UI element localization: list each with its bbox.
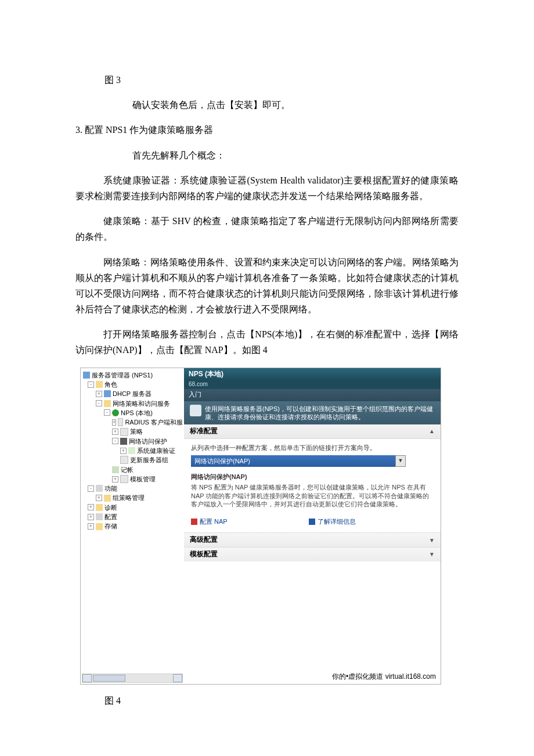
horizontal-scrollbar[interactable]: [82, 674, 183, 683]
expand-icon[interactable]: +: [96, 391, 102, 397]
page-icon: [118, 418, 123, 426]
collapse-icon[interactable]: -: [112, 438, 118, 444]
nps-console-screenshot: 服务器管理器 (NPS1) -角色 +DHCP 服务器 -网络策略和访问服务 -…: [80, 368, 441, 685]
expand-icon[interactable]: +: [88, 523, 94, 530]
standard-config-header[interactable]: 标准配置 ▲: [184, 424, 441, 439]
intro-bar: 使用网络策略服务器(NPS)，可以创建和强制实施用于整个组织范围内的客户端健康、…: [184, 401, 441, 425]
tree-gpm[interactable]: +组策略管理: [82, 493, 183, 502]
standard-config-hint: 从列表中选择一种配置方案，然后单击下面的链接打开方案向导。: [191, 444, 434, 452]
tree-pane: 服务器管理器 (NPS1) -角色 +DHCP 服务器 -网络策略和访问服务 -…: [81, 368, 184, 684]
scenario-dropdown[interactable]: 网络访问保护(NAP) ▼: [191, 455, 434, 467]
server-icon: [83, 372, 90, 379]
tree-npas[interactable]: -网络策略和访问服务: [82, 399, 183, 408]
standard-config-label: 标准配置: [190, 427, 218, 436]
dhcp-icon: [104, 390, 111, 397]
paragraph-network-policy: 网络策略：网络策略使用条件、设置和约束来决定可以访问网络的客户端。网络策略为顺从…: [75, 254, 459, 318]
collapse-icon[interactable]: -: [88, 381, 94, 388]
paragraph-shv: 系统健康验证器：系统健康验证器(System Health validator)…: [75, 172, 459, 204]
pane-subtitle: 68.com: [184, 380, 441, 389]
storage-icon: [96, 523, 103, 530]
folder-icon: [96, 381, 103, 388]
collapse-icon[interactable]: -: [104, 409, 110, 416]
scroll-thumb[interactable]: [93, 675, 125, 682]
features-icon: [96, 485, 103, 492]
intro-text: 使用网络策略服务器(NPS)，可以创建和强制实施用于整个组织范围内的客户端健康、…: [205, 405, 435, 422]
configure-nap-link[interactable]: 配置 NAP: [191, 517, 228, 525]
expand-icon[interactable]: +: [112, 476, 118, 483]
pane-entry: 入门: [184, 389, 441, 401]
globe-icon: [112, 409, 119, 416]
tree-roles[interactable]: -角色: [82, 380, 183, 389]
config-icon: [96, 513, 103, 520]
folder-icon: [104, 495, 111, 502]
caret-up-icon: ▲: [429, 427, 435, 435]
expand-icon[interactable]: +: [88, 514, 94, 520]
collapse-icon[interactable]: -: [96, 400, 102, 406]
tree-nap[interactable]: -网络访问保护: [82, 437, 183, 446]
content-pane: NPS (本地) 68.com 入门 使用网络策略服务器(NPS)，可以创建和强…: [184, 368, 441, 684]
tree-root[interactable]: 服务器管理器 (NPS1): [82, 370, 183, 380]
tree-diag[interactable]: +诊断: [82, 503, 183, 512]
nap-subtitle: 网络访问保护(NAP): [191, 473, 434, 481]
tree-remediation[interactable]: 更新服务器组: [82, 455, 183, 465]
tree-template[interactable]: +模板管理: [82, 474, 183, 484]
learn-more-link[interactable]: 了解详细信息: [309, 517, 356, 525]
info-icon: [190, 405, 201, 416]
check-icon: [128, 447, 135, 454]
arrow-icon: [309, 519, 315, 525]
page-icon: [120, 428, 128, 436]
npas-icon: [104, 400, 111, 407]
tree-dhcp[interactable]: +DHCP 服务器: [82, 389, 183, 398]
paragraph-open-console: 打开网络策略服务器控制台，点击【NPS(本地)】，在右侧的标准配置中，选择【网络…: [75, 326, 459, 358]
expand-icon[interactable]: +: [88, 504, 94, 510]
expand-icon[interactable]: +: [96, 495, 102, 501]
tree-accounting[interactable]: 记帐: [82, 465, 183, 474]
scroll-right-button[interactable]: [173, 674, 182, 682]
expand-icon[interactable]: +: [120, 448, 127, 454]
advanced-config-label: 高级配置: [190, 535, 218, 545]
figure-4-caption: 图 4: [104, 693, 459, 708]
collapse-icon[interactable]: -: [88, 485, 94, 492]
paragraph: 首先先解释几个概念：: [75, 147, 459, 163]
dropdown-value: 网络访问保护(NAP): [191, 455, 395, 467]
diag-icon: [96, 504, 103, 511]
nap-description: 将 NPS 配置为 NAP 健康策略服务器时，您可以创建健康策略，以允许 NPS…: [191, 483, 434, 508]
expand-icon[interactable]: +: [112, 429, 118, 435]
standard-config-body: 从列表中选择一种配置方案，然后单击下面的链接打开方案向导。 网络访问保护(NAP…: [184, 439, 441, 533]
page-icon: [120, 456, 128, 464]
shield-icon: [120, 438, 127, 445]
dropdown-button[interactable]: ▼: [395, 455, 406, 467]
template-icon: [120, 475, 128, 483]
paragraph: 确认安装角色后，点击【安装】即可。: [75, 97, 459, 113]
tree-nps-local[interactable]: -NPS (本地): [82, 408, 183, 417]
caret-down-icon: ▼: [429, 537, 435, 544]
caret-down-icon: ▼: [429, 550, 435, 558]
scroll-left-button[interactable]: [82, 674, 92, 682]
arrow-icon: [191, 519, 197, 525]
advanced-config-header[interactable]: 高级配置 ▼: [184, 532, 441, 547]
tree-policies[interactable]: +策略: [82, 427, 183, 436]
watermark: 你的•虚拟化频道 virtual.it168.com: [332, 672, 436, 682]
template-config-header[interactable]: 模板配置 ▼: [184, 547, 441, 561]
pane-title: NPS (本地): [184, 368, 441, 381]
template-config-label: 模板配置: [190, 550, 218, 559]
tree-config[interactable]: +配置: [82, 512, 183, 521]
figure-3-caption: 图 3: [104, 72, 459, 88]
tree-shv[interactable]: +系统健康验证: [82, 446, 183, 455]
tree-features[interactable]: -功能: [82, 484, 183, 493]
paragraph-health-policy: 健康策略：基于 SHV 的检查，健康策略指定了客户端进行无限制访问内部网络所需要…: [75, 213, 459, 244]
heading-step-3: 3. 配置 NPS1 作为健康策略服务器: [75, 122, 459, 138]
log-icon: [112, 466, 119, 473]
tree-storage[interactable]: +存储: [82, 521, 183, 531]
tree-radius[interactable]: +RADIUS 客户端和服: [82, 417, 183, 427]
expand-icon[interactable]: +: [112, 419, 116, 426]
